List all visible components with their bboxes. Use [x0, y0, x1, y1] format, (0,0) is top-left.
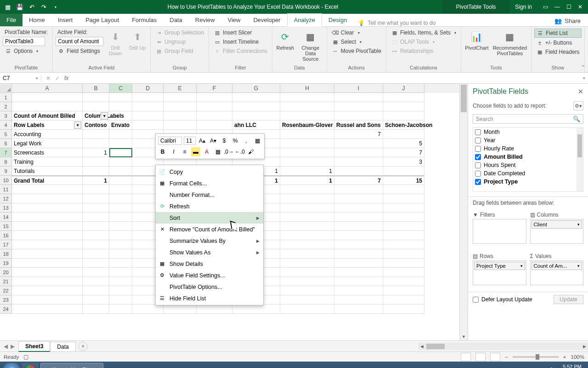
sheet-prev-icon[interactable]: ◀ [4, 343, 8, 350]
col-header-j[interactable]: J [383, 84, 424, 93]
field-checkbox[interactable] [475, 162, 481, 168]
chip-dropdown-icon[interactable]: ▾ [577, 264, 580, 268]
cell[interactable] [109, 176, 132, 185]
cell[interactable] [334, 111, 383, 121]
cell[interactable] [383, 93, 424, 102]
cell[interactable] [280, 130, 334, 139]
cell[interactable] [280, 185, 334, 194]
align-icon[interactable]: ≡ [180, 147, 189, 156]
olap-tools-button[interactable]: ⬚OLAP Tools▾ [389, 38, 458, 46]
col-header-g[interactable]: G [232, 84, 280, 93]
cell[interactable] [383, 259, 424, 268]
cell[interactable] [280, 102, 334, 111]
cell[interactable] [383, 222, 424, 231]
decrease-decimal-icon[interactable]: ←.0 [235, 147, 244, 156]
ctx-show-values-as[interactable]: Show Values As▶ [156, 247, 263, 258]
row-header[interactable]: 18 [0, 249, 12, 259]
cell[interactable] [12, 222, 83, 231]
insert-slicer-button[interactable]: ▥Insert Slicer [212, 29, 269, 37]
fields-list-thumb[interactable] [577, 134, 582, 157]
cell[interactable]: Accounting [12, 130, 83, 139]
cell[interactable]: 1 [83, 176, 109, 185]
cell[interactable] [83, 203, 109, 213]
scroll-down-icon[interactable]: ▼ [460, 333, 468, 340]
row-header[interactable]: 13 [0, 203, 12, 213]
chip-dropdown-icon[interactable]: ▾ [520, 264, 523, 268]
macro-record-icon[interactable]: ▢ [23, 354, 28, 360]
tab-home[interactable]: Home [23, 14, 51, 26]
cell[interactable] [232, 93, 280, 102]
cell[interactable] [132, 93, 164, 102]
tell-me-search[interactable]: 💡Tell me what you want to do [353, 20, 445, 26]
sheet-next-icon[interactable]: ▶ [11, 343, 15, 350]
cell[interactable] [109, 185, 132, 194]
cell[interactable] [12, 231, 83, 240]
row-header[interactable]: 10 [0, 176, 12, 185]
cell[interactable] [383, 194, 424, 203]
cell[interactable] [280, 148, 334, 157]
cell[interactable] [334, 240, 383, 249]
cell[interactable]: 7 [334, 176, 383, 185]
cell[interactable]: 1 [83, 148, 109, 157]
cell[interactable] [109, 305, 132, 314]
cell[interactable] [280, 286, 334, 295]
cell[interactable]: Training [12, 157, 83, 167]
ctx-value-field-settings[interactable]: ⚙Value Field Settings... [156, 270, 263, 281]
cell[interactable] [109, 157, 132, 167]
cell[interactable]: Screencasts [12, 148, 83, 157]
area-rows[interactable]: ▤Rows Project Type▾ [473, 252, 526, 290]
cell[interactable] [197, 121, 232, 130]
cell[interactable] [280, 93, 334, 102]
cell[interactable]: Schoen-Jacobson [383, 121, 424, 130]
tab-file[interactable]: File [0, 14, 23, 26]
cell[interactable] [280, 231, 334, 240]
cell[interactable]: Legal Work [12, 139, 83, 148]
cell[interactable]: Tutorials [12, 167, 83, 176]
cell[interactable] [12, 277, 83, 286]
field-checkbox[interactable] [475, 146, 481, 152]
relationships-button[interactable]: ⊶Relationships [389, 47, 458, 55]
page-break-view-icon[interactable] [490, 353, 500, 361]
cell[interactable] [83, 268, 109, 277]
cell[interactable] [83, 157, 109, 167]
row-header[interactable]: 1 [0, 93, 12, 102]
cell[interactable]: 7 [334, 130, 383, 139]
cell[interactable] [280, 295, 334, 305]
cell[interactable]: 5 [383, 139, 424, 148]
move-pivottable-button[interactable]: ↔Move PivotTable [330, 47, 383, 55]
zoom-out-icon[interactable]: − [505, 354, 508, 360]
columns-chip[interactable]: Client▾ [531, 220, 582, 229]
field-item[interactable]: Hourly Rate [473, 144, 583, 153]
cell[interactable] [383, 185, 424, 194]
cell[interactable] [83, 185, 109, 194]
close-icon[interactable]: ✕ [578, 4, 582, 10]
cell[interactable] [164, 111, 197, 121]
row-header[interactable]: 17 [0, 240, 12, 249]
cell[interactable] [132, 305, 164, 314]
cell[interactable]: 1 [280, 176, 334, 185]
fx-cancel-icon[interactable]: ✕ [46, 75, 51, 81]
borders-icon[interactable]: ▦ [213, 147, 222, 156]
row-header[interactable]: 21 [0, 277, 12, 286]
cell[interactable] [197, 102, 232, 111]
increase-font-icon[interactable]: A▴ [198, 136, 207, 145]
sheet-tab-sheet3[interactable]: Sheet3 [18, 341, 50, 352]
cell[interactable] [109, 203, 132, 213]
comma-format-icon[interactable]: , [242, 136, 251, 145]
field-checkbox[interactable] [475, 179, 481, 185]
ctx-summarize-values[interactable]: Summarize Values By▶ [156, 235, 263, 247]
chip-dropdown-icon[interactable]: ▾ [577, 222, 580, 227]
select-all-corner[interactable] [0, 84, 12, 93]
cell[interactable] [83, 249, 109, 259]
page-layout-view-icon[interactable] [475, 353, 486, 361]
cell[interactable] [132, 102, 164, 111]
cell[interactable] [383, 130, 424, 139]
cell[interactable] [109, 194, 132, 203]
fields-search[interactable]: Search 🔍 [473, 114, 583, 124]
fill-color-icon[interactable]: ▬ [191, 147, 200, 156]
cell[interactable] [383, 268, 424, 277]
cell[interactable] [109, 231, 132, 240]
cell[interactable] [83, 222, 109, 231]
cell[interactable] [334, 139, 383, 148]
cell[interactable] [334, 185, 383, 194]
